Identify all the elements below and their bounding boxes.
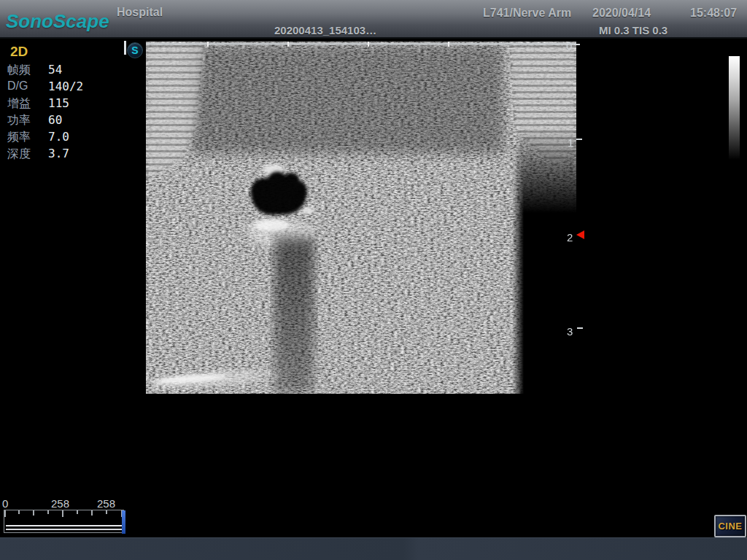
- scale-tick: [18, 510, 20, 514]
- depth-mark-1: 1: [568, 136, 573, 149]
- mode-label: 2D: [10, 44, 28, 60]
- param-value: 3.7: [48, 147, 69, 160]
- depth-mark-0: 0: [566, 39, 572, 52]
- depth-tick: [577, 327, 583, 329]
- ultrasound-screen: SonoScape Hospital 20200413_154103… L741…: [0, 0, 747, 560]
- scale-tick: [91, 510, 93, 516]
- grayscale-bar: [729, 56, 740, 160]
- param-value: 115: [48, 96, 69, 110]
- param-value: 140/2: [48, 79, 83, 93]
- param-label: 深度: [7, 147, 31, 162]
- scale-tick: [33, 510, 34, 516]
- scale-label-mid: 258: [51, 497, 69, 510]
- exam-date: 2020/04/14: [592, 7, 651, 20]
- probe-preset: L741/Nerve Arm: [483, 7, 571, 20]
- scale-label-0: 0: [2, 497, 8, 510]
- scale-box: [4, 510, 124, 533]
- scale-tick: [77, 510, 78, 514]
- param-value: 54: [48, 63, 62, 77]
- param-label: 帧频: [7, 63, 31, 78]
- param-label: 增益: [7, 96, 31, 112]
- sonoscape-logo: SonoScape: [6, 10, 109, 33]
- clock: 15:48:07: [690, 7, 737, 20]
- orientation-mark: [124, 41, 126, 55]
- depth-tick: [574, 44, 580, 45]
- scale-tick: [4, 510, 6, 517]
- probe-orientation-badge: S: [127, 42, 143, 58]
- param-value: 7.0: [48, 130, 69, 144]
- param-label: 频率: [7, 130, 31, 145]
- depth-mark-3: 3: [567, 325, 573, 338]
- scale-label-end: 258: [97, 497, 115, 510]
- param-value: 60: [48, 113, 62, 127]
- top-status-bar: SonoScape Hospital 20200413_154103… L741…: [0, 0, 747, 39]
- cine-button[interactable]: CINE: [714, 515, 746, 537]
- acoustic-output-readout: MI 0.3 TIS 0.3: [599, 24, 667, 36]
- focus-marker-icon: [576, 230, 584, 239]
- hospital-name: Hospital: [117, 6, 163, 19]
- scale-tick: [106, 510, 107, 514]
- scale-tick: [47, 510, 49, 514]
- exam-id: 20200413_154103…: [274, 24, 376, 36]
- scale-slider[interactable]: [122, 510, 125, 534]
- ultrasound-image: [146, 42, 576, 394]
- scale-tick: [62, 510, 63, 517]
- param-label: 功率: [7, 113, 31, 128]
- tgc-curve: [6, 525, 122, 530]
- depth-mark-2: 2: [567, 231, 573, 244]
- param-label: D/G: [7, 79, 28, 93]
- depth-tick: [576, 139, 582, 140]
- system-tray-bar: ✕: [0, 537, 747, 560]
